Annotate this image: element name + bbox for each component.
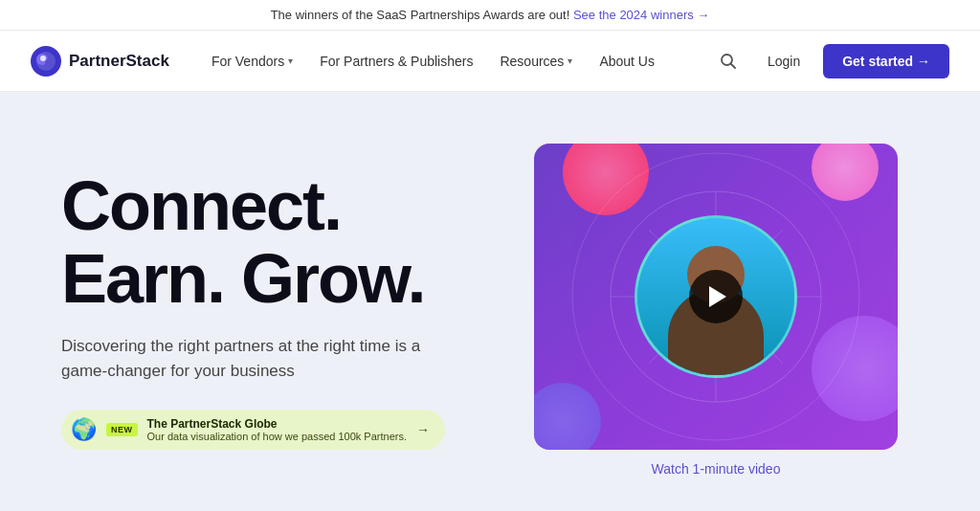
nav-about-us[interactable]: About Us	[588, 46, 666, 77]
svg-point-4	[40, 56, 46, 61]
nav-for-partners[interactable]: For Partners & Publishers	[308, 46, 484, 77]
nav-for-vendors[interactable]: For Vendors ▾	[200, 46, 304, 77]
hero-right: Watch 1-minute video	[513, 144, 919, 477]
svg-point-3	[45, 58, 55, 68]
login-button[interactable]: Login	[756, 46, 812, 77]
globe-badge-description: Our data visualization of how we passed …	[147, 431, 407, 442]
search-button[interactable]	[712, 45, 745, 78]
arrow-right-icon: →	[416, 422, 430, 437]
get-started-button[interactable]: Get started →	[823, 44, 949, 78]
globe-badge-link[interactable]: 🌍 NEW The PartnerStack Globe Our data vi…	[61, 410, 445, 450]
watch-video-link[interactable]: Watch 1-minute video	[652, 461, 781, 477]
new-badge: NEW	[106, 423, 138, 436]
play-icon	[709, 286, 726, 307]
chevron-down-icon: ▾	[288, 56, 293, 66]
nav-actions: Login Get started →	[712, 44, 949, 78]
hero-section: Connect. Earn. Grow. Discovering the rig…	[0, 92, 980, 511]
announcement-bar: The winners of the SaaS Partnerships Awa…	[0, 0, 980, 31]
search-icon	[720, 53, 737, 70]
logo-text: PartnerStack	[69, 52, 169, 71]
main-nav: PartnerStack For Vendors ▾ For Partners …	[0, 31, 980, 92]
hero-subtext: Discovering the right partners at the ri…	[61, 334, 425, 383]
announcement-text: The winners of the SaaS Partnerships Awa…	[271, 8, 570, 22]
chevron-down-icon-2: ▾	[568, 56, 572, 66]
globe-badge-title: The PartnerStack Globe	[147, 417, 407, 431]
globe-icon: 🌍	[71, 417, 97, 442]
announcement-link[interactable]: See the 2024 winners →	[573, 8, 709, 22]
nav-links: For Vendors ▾ For Partners & Publishers …	[200, 46, 712, 77]
play-button[interactable]	[689, 270, 743, 323]
video-thumbnail[interactable]	[534, 144, 898, 450]
logo-link[interactable]: PartnerStack	[31, 46, 169, 77]
hero-left: Connect. Earn. Grow. Discovering the rig…	[61, 170, 467, 450]
svg-line-6	[730, 63, 735, 68]
nav-resources[interactable]: Resources ▾	[488, 46, 584, 77]
hero-heading: Connect. Earn. Grow.	[61, 170, 467, 315]
logo-icon	[31, 46, 61, 77]
